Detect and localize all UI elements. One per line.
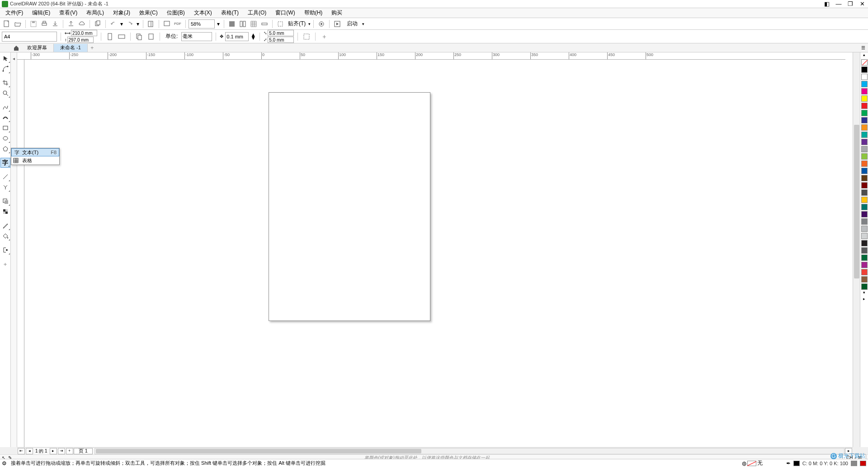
pdf-button[interactable]: PDF — [173, 19, 183, 29]
canvas-viewport[interactable] — [24, 60, 853, 447]
dup-y-input[interactable] — [268, 37, 294, 43]
menu-window[interactable]: 窗口(W) — [271, 8, 299, 18]
palette-scroll-down[interactable]: ▾ — [861, 290, 868, 297]
menu-effects[interactable]: 效果(C) — [135, 8, 162, 18]
all-pages-button[interactable] — [134, 32, 144, 42]
landscape-button[interactable] — [117, 32, 127, 42]
gear-icon[interactable]: ⚙ — [2, 460, 8, 467]
palette-scroll-up[interactable]: ▴ — [861, 52, 868, 59]
page-drawing-area[interactable] — [269, 92, 430, 321]
zoom-dropdown[interactable]: ▾ — [216, 19, 221, 29]
maximize-button[interactable]: ❐ — [846, 0, 854, 7]
redo-dropdown[interactable]: ▾ — [136, 19, 140, 29]
grid-button[interactable] — [249, 19, 259, 29]
export-button[interactable] — [50, 19, 60, 29]
vertical-scrollbar[interactable] — [853, 52, 860, 447]
menu-text[interactable]: 文本(X) — [189, 8, 217, 18]
horizontal-ruler[interactable]: -300-250-200-150-100-5005010015020025030… — [17, 52, 845, 60]
redo-button[interactable] — [125, 19, 135, 29]
color-swatch[interactable] — [861, 197, 868, 203]
help-context-icon[interactable]: ◧ — [823, 0, 831, 7]
outline-pen-icon[interactable]: ✒ — [786, 460, 791, 467]
color-swatch[interactable] — [861, 146, 868, 152]
snap-icon[interactable] — [275, 19, 285, 29]
tool-dropshadow[interactable] — [0, 196, 10, 206]
undo-button[interactable] — [108, 19, 118, 29]
h-scroll-thumb[interactable] — [96, 449, 421, 453]
color-swatch[interactable] — [861, 74, 868, 80]
paper-size-combo[interactable] — [2, 32, 57, 42]
dup-x-input[interactable] — [268, 30, 294, 36]
menu-edit[interactable]: 编辑(E) — [28, 8, 55, 18]
add-presets-button[interactable]: + — [319, 32, 329, 42]
launch-icon[interactable] — [332, 19, 342, 29]
outline-swatch[interactable] — [793, 461, 800, 466]
color-swatch[interactable] — [861, 211, 868, 217]
color-swatch[interactable] — [861, 226, 868, 232]
tool-add[interactable]: + — [0, 259, 10, 269]
menu-file[interactable]: 文件(F) — [1, 8, 28, 18]
color-swatch[interactable] — [861, 262, 868, 268]
zoom-combo[interactable] — [189, 19, 215, 28]
color-swatch[interactable] — [861, 81, 868, 87]
print-button[interactable] — [39, 19, 49, 29]
launch-arrow[interactable]: ▾ — [362, 22, 364, 26]
color-swatch[interactable] — [861, 240, 868, 246]
portrait-button[interactable] — [105, 32, 115, 42]
close-button[interactable]: ✕ — [858, 0, 866, 7]
tool-text[interactable]: 字 — [0, 158, 10, 168]
color-swatch[interactable] — [861, 255, 868, 261]
tool-polygon[interactable] — [0, 144, 10, 154]
v-scroll-thumb[interactable] — [854, 125, 859, 278]
tool-dimension[interactable] — [0, 172, 10, 182]
page-prev-button[interactable]: ◂ — [26, 448, 33, 454]
options-button[interactable] — [316, 19, 326, 29]
sb-swatch3[interactable] — [860, 461, 866, 466]
swatch-none[interactable] — [861, 59, 868, 66]
color-swatch[interactable] — [861, 95, 868, 102]
tool-zoom[interactable] — [0, 88, 10, 98]
new-button[interactable] — [2, 19, 12, 29]
minimize-button[interactable]: — — [835, 0, 843, 7]
page-next-button[interactable]: ▸ — [50, 448, 57, 454]
current-page-button[interactable] — [146, 32, 156, 42]
tool-crop[interactable] — [0, 78, 10, 88]
page-first-button[interactable]: ⇤ — [18, 448, 25, 454]
color-swatch[interactable] — [861, 160, 868, 167]
tool-eyedropper[interactable] — [0, 221, 10, 231]
fullscreen-button[interactable] — [162, 19, 172, 29]
color-swatch[interactable] — [861, 124, 868, 131]
cloud-button[interactable] — [77, 19, 87, 29]
color-swatch[interactable] — [861, 247, 868, 254]
snap-arrow[interactable]: ▾ — [308, 22, 311, 26]
tab-menu-button[interactable]: ☰ — [858, 43, 868, 53]
menu-bitmap[interactable]: 位图(B) — [162, 8, 189, 18]
flyout-table-tool[interactable]: 表格 — [11, 156, 59, 165]
tool-fill[interactable] — [0, 231, 10, 241]
undo-dropdown[interactable]: ▾ — [119, 19, 124, 29]
menu-help[interactable]: 帮助(H) — [300, 8, 327, 18]
dock-tab-1[interactable]: ◂ — [11, 52, 17, 65]
grid-view-button[interactable] — [238, 19, 248, 29]
copy-button[interactable] — [93, 19, 103, 29]
color-swatch[interactable] — [861, 139, 868, 145]
nudge-down[interactable]: ▼ — [250, 37, 256, 40]
tool-transparency[interactable] — [0, 207, 10, 217]
color-swatch[interactable] — [861, 110, 868, 116]
search-button[interactable] — [146, 19, 156, 29]
unit-combo[interactable] — [181, 32, 212, 41]
tool-pick[interactable] — [0, 53, 10, 63]
launch-button[interactable]: 启动 — [343, 19, 361, 28]
color-swatch[interactable] — [861, 276, 868, 283]
tab-document[interactable]: 未命名 -1 — [54, 44, 88, 52]
vertical-ruler[interactable] — [17, 60, 24, 447]
color-swatch[interactable] — [861, 168, 868, 174]
nudge-input[interactable] — [225, 32, 249, 41]
menu-table[interactable]: 表格(T) — [217, 8, 243, 18]
color-swatch[interactable] — [861, 66, 868, 73]
tool-ellipse[interactable] — [0, 133, 10, 143]
color-swatch[interactable] — [861, 153, 868, 160]
tab-add-button[interactable]: + — [88, 45, 97, 51]
tool-rectangle[interactable] — [0, 123, 10, 133]
menu-view[interactable]: 查看(V) — [55, 8, 82, 18]
